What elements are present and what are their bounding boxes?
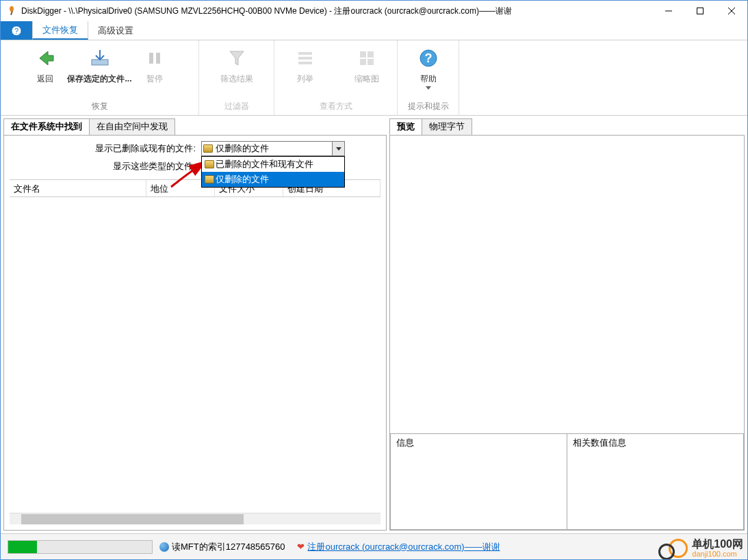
watermark-domain: danji100.com: [692, 550, 743, 558]
filter-results-label: 筛选结果: [220, 73, 253, 85]
right-tab-header: 预览 物理字节: [389, 118, 745, 135]
pause-button[interactable]: 暂停: [134, 43, 175, 99]
status-mft: 读MFT的索引127748565760: [159, 541, 285, 553]
svg-rect-1: [10, 11, 13, 15]
thumbnail-icon: [356, 47, 378, 69]
list-label: 列举: [297, 73, 313, 85]
svg-rect-10: [149, 53, 153, 64]
save-files-icon: [89, 47, 111, 69]
window-title: DiskDigger - \\.\PhysicalDrive0 (SAMSUNG…: [21, 5, 653, 17]
list-view-button[interactable]: 列举: [274, 43, 336, 99]
group-recover-label: 恢复: [1, 99, 198, 114]
register-link[interactable]: 注册ourcrack (ourcrack@ourcrack.com)——谢谢: [307, 541, 500, 553]
watermark-site: 单机100网: [692, 539, 743, 550]
group-view-label: 查看方式: [274, 99, 397, 114]
dropdown-option-all[interactable]: 已删除的文件和现有文件: [202, 157, 344, 172]
watermark-logo-icon: [669, 539, 688, 558]
globe-icon: [159, 542, 169, 552]
info-label-cell: 信息: [390, 433, 567, 530]
drive-icon: [203, 175, 216, 183]
watermark: 单机100网 danji100.com: [669, 539, 743, 558]
chevron-down-icon: [426, 86, 431, 90]
svg-point-0: [10, 6, 14, 12]
help-button[interactable]: ? 帮助: [398, 43, 459, 99]
tab-found-in-free[interactable]: 在自由空间中发现: [89, 118, 175, 135]
back-arrow-icon: [34, 47, 56, 69]
thumbnail-view-button[interactable]: 缩略图: [336, 43, 398, 99]
svg-rect-12: [298, 52, 312, 55]
status-register: ❤ 注册ourcrack (ourcrack@ourcrack.com)——谢谢: [297, 541, 500, 553]
tab-physical-bytes[interactable]: 物理字节: [422, 118, 472, 135]
status-bar: 读MFT的索引127748565760 ❤ 注册ourcrack (ourcra…: [1, 533, 747, 559]
tab-advanced-settings[interactable]: 高级设置: [88, 21, 143, 40]
drive-icon: [202, 144, 214, 153]
svg-text:?: ?: [14, 27, 18, 35]
left-pane: 在文件系统中找到 在自由空间中发现 显示已删除或现有的文件: 仅删除的文件 已删…: [3, 118, 387, 531]
pause-label: 暂停: [146, 73, 163, 85]
content-area: 在文件系统中找到 在自由空间中发现 显示已删除或现有的文件: 仅删除的文件 已删…: [1, 116, 747, 533]
results-table-body[interactable]: [10, 197, 381, 513]
dropdown-option-deleted[interactable]: 仅删除的文件: [202, 172, 344, 187]
help-label: 帮助: [420, 73, 437, 85]
tab-found-in-fs[interactable]: 在文件系统中找到: [3, 118, 90, 135]
right-pane: 预览 物理字节 信息 相关数值信息: [389, 118, 745, 531]
chevron-down-icon[interactable]: [332, 142, 344, 155]
menu-bar: ? 文件恢复 高级设置: [1, 21, 747, 40]
list-icon: [294, 47, 316, 69]
filter-deleted-row: 显示已删除或现有的文件: 仅删除的文件 已删除的文件和现有文件: [10, 141, 381, 156]
svg-rect-14: [298, 62, 312, 64]
left-tab-body: 显示已删除或现有的文件: 仅删除的文件 已删除的文件和现有文件: [3, 135, 387, 531]
info-grid: 信息 相关数值信息: [390, 434, 744, 530]
svg-rect-18: [367, 59, 374, 65]
svg-rect-13: [298, 57, 312, 60]
status-mft-text: 读MFT的索引127748565760: [172, 541, 285, 553]
left-tab-header: 在文件系统中找到 在自由空间中发现: [3, 118, 387, 135]
maximize-button[interactable]: [684, 1, 716, 21]
dropdown-option-all-label: 已删除的文件和现有文件: [216, 158, 313, 170]
filter-deleted-dropdown: 已删除的文件和现有文件 仅删除的文件: [201, 156, 345, 188]
progress-bar: [8, 540, 153, 554]
group-tips-label: 提示和提示: [398, 99, 459, 114]
title-bar: DiskDigger - \\.\PhysicalDrive0 (SAMSUNG…: [1, 1, 747, 21]
filter-deleted-combo[interactable]: 仅删除的文件 已删除的文件和现有文件 仅删除的文件: [201, 141, 345, 156]
app-icon: [6, 5, 17, 16]
dropdown-option-deleted-label: 仅删除的文件: [216, 173, 269, 186]
svg-rect-15: [360, 51, 366, 58]
info-value-cell: 相关数值信息: [567, 433, 744, 530]
drive-icon: [203, 160, 216, 168]
ribbon-toolbar: 返回 保存选定的文件... 暂停 恢复 筛选结果: [1, 40, 747, 116]
svg-rect-11: [156, 53, 160, 64]
close-button[interactable]: [716, 1, 747, 21]
tab-file-recover[interactable]: 文件恢复: [32, 21, 88, 40]
filter-types-label: 显示这些类型的文件:: [10, 160, 201, 173]
group-filter-label: 过滤器: [199, 99, 274, 114]
combo-selected-text: 仅删除的文件: [214, 142, 332, 155]
save-selected-button[interactable]: 保存选定的文件...: [66, 43, 134, 99]
minimize-button[interactable]: [653, 1, 684, 21]
horizontal-scrollbar[interactable]: [10, 513, 381, 524]
window-controls: [653, 1, 747, 21]
help-icon: ?: [417, 47, 439, 69]
save-selected-label: 保存选定的文件...: [67, 73, 131, 85]
col-filename[interactable]: 文件名: [10, 180, 146, 196]
back-button[interactable]: 返回: [25, 43, 66, 99]
svg-rect-16: [367, 51, 374, 58]
tab-preview[interactable]: 预览: [389, 118, 422, 135]
app-menu-button[interactable]: ?: [1, 21, 32, 40]
svg-text:?: ?: [424, 51, 432, 65]
thumbnails-label: 缩略图: [354, 73, 379, 85]
pause-icon: [144, 47, 166, 69]
filter-results-button[interactable]: 筛选结果: [199, 43, 274, 99]
back-label: 返回: [37, 73, 53, 85]
filter-deleted-label: 显示已删除或现有的文件:: [10, 142, 201, 155]
svg-rect-17: [360, 59, 366, 65]
funnel-icon: [226, 47, 248, 69]
svg-rect-3: [697, 8, 704, 14]
heart-icon: ❤: [297, 542, 305, 552]
preview-panel: 信息 相关数值信息: [389, 135, 745, 531]
